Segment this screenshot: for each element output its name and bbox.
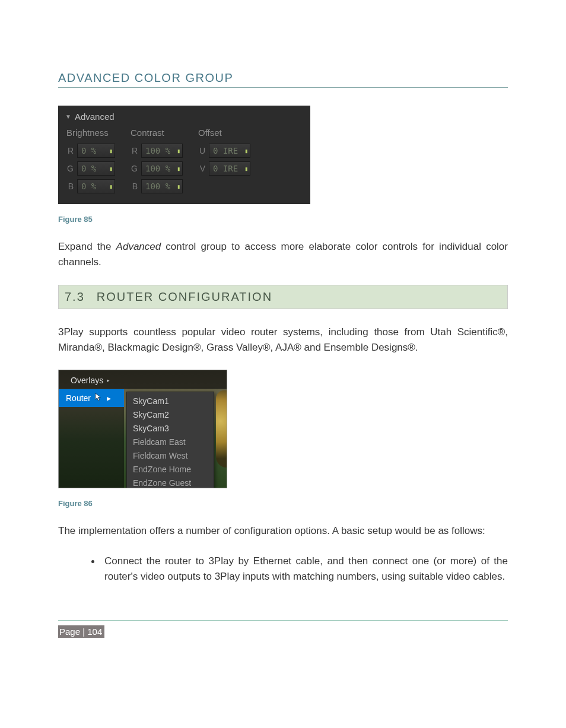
collapse-triangle-icon[interactable]: ▼	[65, 113, 71, 120]
contrast-r-input[interactable]: 100 %▮	[141, 144, 183, 158]
advanced-header-label: Advanced	[75, 112, 115, 122]
spinner-icon[interactable]: ▮	[177, 183, 180, 190]
advanced-header[interactable]: ▼ Advanced	[65, 112, 303, 122]
chevron-right-icon: ▸	[107, 377, 110, 383]
advanced-panel: ▼ Advanced Brightness R0 %▮ G0 %▮ B0 %▮ …	[58, 106, 310, 204]
offset-v-input[interactable]: 0 IRE▮	[209, 161, 250, 176]
chevron-right-icon: ▸	[107, 393, 111, 403]
contrast-g-input[interactable]: 100 %▮	[141, 161, 183, 176]
cursor-icon	[94, 393, 103, 403]
page-number: Page | 104	[58, 625, 104, 638]
offset-column: Offset U0 IRE▮ V0 IRE▮	[197, 128, 250, 193]
router-submenu: SkyCam1 SkyCam2 SkyCam3 Fieldcam East Fi…	[126, 392, 214, 488]
router-side-label: Router	[66, 393, 91, 403]
spinner-icon[interactable]: ▮	[109, 148, 113, 154]
spinner-icon[interactable]: ▮	[109, 166, 113, 172]
router-menu-item[interactable]: SkyCam3	[127, 422, 214, 435]
figure-85-label: Figure 85	[58, 215, 508, 224]
channel-g: G	[65, 164, 74, 173]
paragraph-advanced-expand: Expand the Advanced control group to acc…	[58, 239, 508, 271]
router-screenshot: Overlays ▸ Router ▸ SkyCam1 SkyCam2 SkyC…	[58, 370, 227, 488]
channel-b: B	[65, 182, 74, 191]
router-menu-item[interactable]: SkyCam1	[127, 395, 214, 408]
background-image-fragment	[216, 390, 227, 468]
spinner-icon[interactable]: ▮	[177, 166, 180, 172]
bullet-connect-router: Connect the router to 3Play by Ethernet …	[101, 554, 508, 585]
brightness-b-input[interactable]: 0 %▮	[77, 179, 115, 193]
contrast-label: Contrast	[129, 128, 183, 138]
overlays-tab-label: Overlays	[71, 376, 103, 385]
brightness-r-input[interactable]: 0 %▮	[77, 144, 115, 158]
section-number: 7.3	[65, 290, 85, 304]
channel-r: R	[65, 146, 74, 155]
spinner-icon[interactable]: ▮	[244, 148, 248, 154]
figure-86-label: Figure 86	[58, 499, 508, 508]
overlays-tab[interactable]: Overlays ▸	[62, 370, 118, 389]
router-menu-item[interactable]: EndZone Guest	[127, 476, 214, 489]
offset-u-input[interactable]: 0 IRE▮	[209, 144, 250, 158]
tab-bar: Overlays ▸	[59, 370, 227, 389]
contrast-column: Contrast R100 %▮ G100 %▮ B100 %▮	[129, 128, 183, 193]
channel-r: R	[129, 146, 138, 155]
section-name: ROUTER CONFIGURATION	[97, 290, 272, 304]
paragraph-router-support: 3Play supports countless popular video r…	[58, 325, 508, 356]
channel-v: V	[197, 164, 205, 173]
footer-rule	[58, 620, 508, 621]
spinner-icon[interactable]: ▮	[109, 183, 113, 190]
router-menu-item[interactable]: Fieldcam East	[127, 435, 214, 449]
brightness-label: Brightness	[65, 128, 115, 138]
channel-u: U	[197, 146, 205, 155]
brightness-g-input[interactable]: 0 %▮	[77, 161, 115, 176]
setup-bullet-list: Connect the router to 3Play by Ethernet …	[90, 554, 508, 585]
contrast-b-input[interactable]: 100 %▮	[141, 179, 183, 193]
router-menu-item[interactable]: Fieldcam West	[127, 449, 214, 463]
brightness-column: Brightness R0 %▮ G0 %▮ B0 %▮	[65, 128, 115, 193]
spinner-icon[interactable]: ▮	[244, 166, 248, 172]
side-menu: Router ▸	[59, 389, 124, 488]
paragraph-config-options: The implementation offers a number of co…	[58, 523, 508, 539]
spinner-icon[interactable]: ▮	[177, 148, 180, 154]
channel-g: G	[129, 164, 138, 173]
channel-b: B	[129, 182, 138, 191]
section-title-advanced-color: ADVANCED COLOR GROUP	[58, 71, 508, 88]
section-7-3-header: 7.3 ROUTER CONFIGURATION	[58, 285, 508, 309]
offset-label: Offset	[197, 128, 250, 138]
router-menu-item[interactable]: SkyCam2	[127, 408, 214, 422]
router-menu-item[interactable]: EndZone Home	[127, 463, 214, 476]
router-side-item[interactable]: Router ▸	[59, 389, 124, 407]
